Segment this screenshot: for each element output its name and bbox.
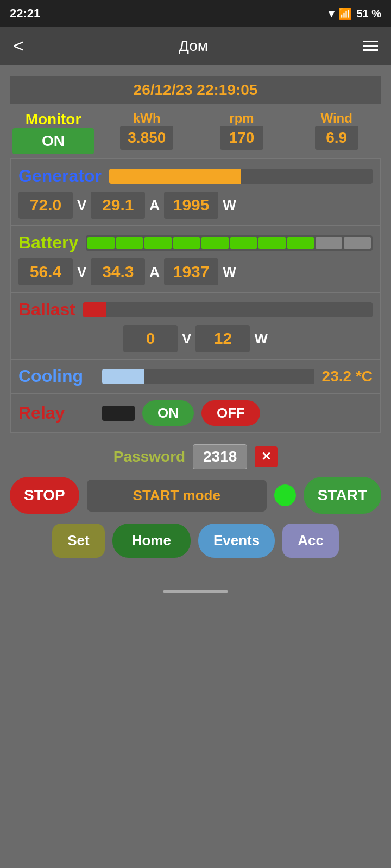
generator-label: Generator [18,166,102,186]
battery-bar [86,235,373,251]
battery-voltage: 56.4 [18,258,73,285]
bottom-bar [0,582,391,601]
bat-seg-6 [230,237,257,249]
relay-label: Relay [18,403,94,423]
ballast-bar-fill [83,302,106,317]
generator-voltage: 72.0 [18,192,73,219]
bottom-indicator [163,590,228,593]
start-button[interactable]: START [304,477,381,514]
kwh-stat: kWh 3.850 [102,111,192,154]
back-button[interactable]: < [13,35,24,56]
monitor-label: Monitor [26,111,81,128]
set-button[interactable]: Set [52,524,104,558]
kwh-value: 3.850 [120,126,173,150]
acc-button[interactable]: Acc [282,524,339,558]
kwh-label: kWh [133,111,161,126]
battery-values: 56.4 V 34.3 A 1937 W [18,258,373,285]
rpm-label: rpm [229,111,254,126]
stop-button[interactable]: STOP [10,477,79,514]
generator-power: 1995 [164,192,218,219]
generator-current: 29.1 [91,192,145,219]
cooling-label: Cooling [18,366,94,386]
relay-row: Relay ON OFF [18,400,373,426]
header: < Дом [0,27,391,65]
cooling-temperature: 23.2 *C [322,368,373,385]
generator-power-unit: W [223,197,236,214]
wind-stat: Wind 6.9 [292,111,381,154]
bat-seg-3 [144,237,171,249]
battery-voltage-unit: V [77,264,86,280]
battery-status: 51 % [356,8,381,20]
bat-seg-7 [258,237,285,249]
bat-seg-8 [287,237,314,249]
page-title: Дом [179,37,208,55]
home-button[interactable]: Home [112,524,191,558]
relay-section: Relay ON OFF [10,394,381,433]
bat-seg-9 [316,237,342,249]
bat-seg-10 [344,237,370,249]
cooling-row: Cooling 23.2 *C [18,366,373,386]
signal-icon: 📶 [338,7,352,20]
ballast-voltage: 0 [123,325,178,352]
monitor-block: Monitor ON [10,111,97,154]
rpm-stat: rpm 170 [197,111,287,154]
battery-current: 34.3 [91,258,145,285]
bat-seg-4 [173,237,200,249]
battery-current-unit: A [149,264,160,280]
ballast-values: 0 V 12 W [18,325,373,352]
wind-label: Wind [320,111,352,126]
rpm-value: 170 [220,126,263,150]
relay-on-button[interactable]: ON [142,400,194,426]
menu-icon-line3 [363,49,378,51]
menu-button[interactable] [363,41,378,51]
status-bar: 22:21 ▾ 📶 51 % [0,0,391,27]
relay-indicator [102,406,135,421]
battery-section: Battery 56.4 V 34.3 A 1937 W [10,226,381,293]
generator-header: Generator [18,166,373,186]
password-row: Password ✕ [10,444,381,469]
ballast-label: Ballast [18,299,75,320]
ballast-voltage-unit: V [182,330,191,347]
ballast-power-unit: W [254,330,268,347]
monitor-row: Monitor ON kWh 3.850 rpm 170 Wind 6.9 [10,111,381,154]
bat-seg-1 [87,237,114,249]
password-clear-button[interactable]: ✕ [255,446,278,467]
menu-icon-line1 [363,41,378,42]
start-mode-label: START mode [87,480,267,512]
cooling-section: Cooling 23.2 *C [10,360,381,394]
battery-header: Battery [18,233,373,253]
cooling-bar-fill [102,369,144,384]
menu-icon-line2 [363,45,378,47]
wind-value: 6.9 [315,126,358,150]
battery-power: 1937 [164,258,218,285]
nav-row: Set Home Events Acc [10,524,381,558]
generator-voltage-unit: V [77,197,86,214]
relay-off-button[interactable]: OFF [201,400,260,426]
datetime-value: 26/12/23 22:19:05 [134,81,258,98]
battery-label: Battery [18,233,78,253]
bat-seg-2 [116,237,143,249]
control-row: STOP START mode START [10,477,381,514]
battery-power-unit: W [223,264,236,280]
ballast-bar [83,302,373,317]
ballast-header: Ballast [18,299,373,320]
cooling-bar [102,369,314,384]
password-label: Password [113,448,185,465]
main-content: 26/12/23 22:19:05 Monitor ON kWh 3.850 r… [0,65,391,582]
status-time: 22:21 [10,7,40,21]
events-button[interactable]: Events [198,524,275,558]
generator-current-unit: A [149,197,160,214]
status-indicator-green [274,484,296,506]
generator-bar [109,169,373,184]
datetime-bar: 26/12/23 22:19:05 [10,76,381,104]
bat-seg-5 [201,237,228,249]
password-input[interactable] [193,444,247,469]
monitor-on-button[interactable]: ON [12,128,94,154]
ballast-section: Ballast 0 V 12 W [10,293,381,360]
generator-values: 72.0 V 29.1 A 1995 W [18,192,373,219]
generator-section: Generator 72.0 V 29.1 A 1995 W [10,158,381,226]
generator-bar-fill [109,169,241,184]
wifi-icon: ▾ [329,7,334,20]
ballast-power: 12 [195,325,250,352]
